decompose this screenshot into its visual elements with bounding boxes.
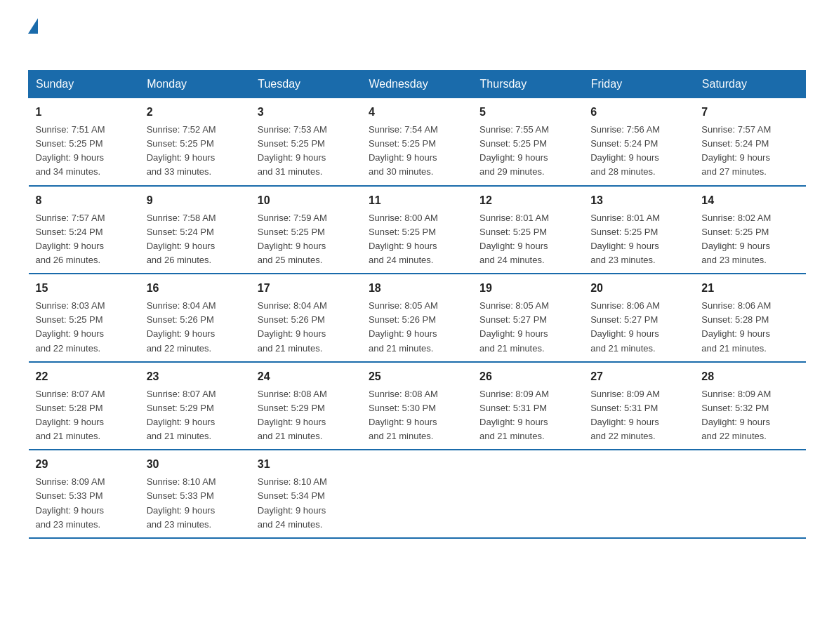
day-info: Sunrise: 8:00 AMSunset: 5:25 PMDaylight:… (369, 211, 465, 268)
day-info: Sunrise: 7:52 AMSunset: 5:25 PMDaylight:… (147, 123, 244, 180)
day-number: 24 (258, 368, 355, 385)
day-number: 17 (258, 280, 355, 297)
day-number: 29 (36, 456, 133, 473)
calendar-week-row: 15Sunrise: 8:03 AMSunset: 5:25 PMDayligh… (29, 274, 806, 362)
calendar-day-cell: 26Sunrise: 8:09 AMSunset: 5:31 PMDayligh… (472, 362, 583, 450)
calendar-day-cell: 14Sunrise: 8:02 AMSunset: 5:25 PMDayligh… (694, 186, 805, 274)
day-number: 18 (369, 280, 465, 297)
calendar-day-cell: 17Sunrise: 8:04 AMSunset: 5:26 PMDayligh… (251, 274, 362, 362)
calendar-week-row: 1Sunrise: 7:51 AMSunset: 5:25 PMDaylight… (29, 98, 806, 186)
calendar-week-row: 22Sunrise: 8:07 AMSunset: 5:28 PMDayligh… (29, 362, 806, 450)
calendar-day-cell: 25Sunrise: 8:08 AMSunset: 5:30 PMDayligh… (362, 362, 472, 450)
day-info: Sunrise: 8:07 AMSunset: 5:28 PMDaylight:… (36, 387, 133, 444)
day-info: Sunrise: 8:05 AMSunset: 5:26 PMDaylight:… (369, 299, 465, 356)
day-number: 20 (590, 280, 687, 297)
logo-triangle-icon (28, 18, 38, 34)
calendar-day-cell: 11Sunrise: 8:00 AMSunset: 5:25 PMDayligh… (362, 186, 472, 274)
day-number: 16 (147, 280, 244, 297)
calendar-body: 1Sunrise: 7:51 AMSunset: 5:25 PMDaylight… (29, 98, 806, 538)
day-info: Sunrise: 8:06 AMSunset: 5:28 PMDaylight:… (701, 299, 798, 356)
day-number: 14 (701, 192, 798, 209)
page-header (28, 21, 806, 56)
header-cell-tuesday: Tuesday (251, 71, 362, 98)
day-number: 25 (369, 368, 465, 385)
day-info: Sunrise: 8:04 AMSunset: 5:26 PMDaylight:… (147, 299, 244, 356)
day-info: Sunrise: 8:01 AMSunset: 5:25 PMDaylight:… (479, 211, 576, 268)
day-number: 15 (36, 280, 133, 297)
day-info: Sunrise: 8:01 AMSunset: 5:25 PMDaylight:… (590, 211, 687, 268)
day-info: Sunrise: 7:53 AMSunset: 5:25 PMDaylight:… (258, 123, 355, 180)
day-number: 30 (147, 456, 244, 473)
calendar-day-cell: 28Sunrise: 8:09 AMSunset: 5:32 PMDayligh… (694, 362, 805, 450)
header-cell-thursday: Thursday (472, 71, 583, 98)
calendar-day-cell: 30Sunrise: 8:10 AMSunset: 5:33 PMDayligh… (140, 450, 251, 538)
day-number: 2 (147, 104, 244, 121)
day-number: 27 (590, 368, 687, 385)
calendar-day-cell: 29Sunrise: 8:09 AMSunset: 5:33 PMDayligh… (29, 450, 140, 538)
day-number: 26 (479, 368, 576, 385)
calendar-day-cell: 1Sunrise: 7:51 AMSunset: 5:25 PMDaylight… (29, 98, 140, 186)
day-number: 11 (369, 192, 465, 209)
day-info: Sunrise: 7:57 AMSunset: 5:24 PMDaylight:… (36, 211, 133, 268)
day-number: 7 (701, 104, 798, 121)
calendar-day-cell: 16Sunrise: 8:04 AMSunset: 5:26 PMDayligh… (140, 274, 251, 362)
calendar-header: SundayMondayTuesdayWednesdayThursdayFrid… (29, 71, 806, 98)
calendar-day-cell (694, 450, 805, 538)
calendar-day-cell: 24Sunrise: 8:08 AMSunset: 5:29 PMDayligh… (251, 362, 362, 450)
day-number: 19 (479, 280, 576, 297)
header-row: SundayMondayTuesdayWednesdayThursdayFrid… (29, 71, 806, 98)
calendar-day-cell: 22Sunrise: 8:07 AMSunset: 5:28 PMDayligh… (29, 362, 140, 450)
day-info: Sunrise: 8:09 AMSunset: 5:33 PMDaylight:… (36, 475, 133, 532)
day-number: 8 (36, 192, 133, 209)
day-number: 9 (147, 192, 244, 209)
calendar-day-cell: 18Sunrise: 8:05 AMSunset: 5:26 PMDayligh… (362, 274, 472, 362)
day-info: Sunrise: 8:09 AMSunset: 5:31 PMDaylight:… (479, 387, 576, 444)
calendar-week-row: 29Sunrise: 8:09 AMSunset: 5:33 PMDayligh… (29, 450, 806, 538)
day-info: Sunrise: 8:04 AMSunset: 5:26 PMDaylight:… (258, 299, 355, 356)
day-number: 13 (590, 192, 687, 209)
day-info: Sunrise: 7:55 AMSunset: 5:25 PMDaylight:… (479, 123, 576, 180)
day-number: 31 (258, 456, 355, 473)
day-info: Sunrise: 7:57 AMSunset: 5:24 PMDaylight:… (701, 123, 798, 180)
day-number: 4 (369, 104, 465, 121)
day-info: Sunrise: 7:58 AMSunset: 5:24 PMDaylight:… (147, 211, 244, 268)
calendar-week-row: 8Sunrise: 7:57 AMSunset: 5:24 PMDaylight… (29, 186, 806, 274)
header-cell-friday: Friday (583, 71, 694, 98)
calendar-day-cell: 19Sunrise: 8:05 AMSunset: 5:27 PMDayligh… (472, 274, 583, 362)
day-number: 28 (701, 368, 798, 385)
calendar-day-cell: 6Sunrise: 7:56 AMSunset: 5:24 PMDaylight… (583, 98, 694, 186)
calendar-day-cell: 27Sunrise: 8:09 AMSunset: 5:31 PMDayligh… (583, 362, 694, 450)
logo (28, 21, 38, 56)
calendar-day-cell: 3Sunrise: 7:53 AMSunset: 5:25 PMDaylight… (251, 98, 362, 186)
calendar-day-cell: 10Sunrise: 7:59 AMSunset: 5:25 PMDayligh… (251, 186, 362, 274)
day-info: Sunrise: 8:08 AMSunset: 5:29 PMDaylight:… (258, 387, 355, 444)
calendar-table: SundayMondayTuesdayWednesdayThursdayFrid… (28, 70, 806, 539)
day-info: Sunrise: 8:02 AMSunset: 5:25 PMDaylight:… (701, 211, 798, 268)
day-info: Sunrise: 8:09 AMSunset: 5:32 PMDaylight:… (701, 387, 798, 444)
calendar-day-cell: 2Sunrise: 7:52 AMSunset: 5:25 PMDaylight… (140, 98, 251, 186)
day-info: Sunrise: 7:59 AMSunset: 5:25 PMDaylight:… (258, 211, 355, 268)
day-info: Sunrise: 8:05 AMSunset: 5:27 PMDaylight:… (479, 299, 576, 356)
calendar-day-cell (362, 450, 472, 538)
day-info: Sunrise: 8:10 AMSunset: 5:33 PMDaylight:… (147, 475, 244, 532)
calendar-day-cell: 8Sunrise: 7:57 AMSunset: 5:24 PMDaylight… (29, 186, 140, 274)
day-number: 3 (258, 104, 355, 121)
calendar-day-cell: 5Sunrise: 7:55 AMSunset: 5:25 PMDaylight… (472, 98, 583, 186)
header-cell-monday: Monday (140, 71, 251, 98)
day-number: 23 (147, 368, 244, 385)
day-info: Sunrise: 7:51 AMSunset: 5:25 PMDaylight:… (36, 123, 133, 180)
calendar-day-cell: 4Sunrise: 7:54 AMSunset: 5:25 PMDaylight… (362, 98, 472, 186)
day-info: Sunrise: 8:10 AMSunset: 5:34 PMDaylight:… (258, 475, 355, 532)
header-cell-sunday: Sunday (29, 71, 140, 98)
calendar-day-cell: 13Sunrise: 8:01 AMSunset: 5:25 PMDayligh… (583, 186, 694, 274)
calendar-day-cell: 21Sunrise: 8:06 AMSunset: 5:28 PMDayligh… (694, 274, 805, 362)
calendar-day-cell: 15Sunrise: 8:03 AMSunset: 5:25 PMDayligh… (29, 274, 140, 362)
day-number: 10 (258, 192, 355, 209)
day-info: Sunrise: 8:08 AMSunset: 5:30 PMDaylight:… (369, 387, 465, 444)
calendar-day-cell (583, 450, 694, 538)
day-number: 12 (479, 192, 576, 209)
day-info: Sunrise: 8:07 AMSunset: 5:29 PMDaylight:… (147, 387, 244, 444)
day-number: 21 (701, 280, 798, 297)
day-info: Sunrise: 8:06 AMSunset: 5:27 PMDaylight:… (590, 299, 687, 356)
calendar-day-cell: 23Sunrise: 8:07 AMSunset: 5:29 PMDayligh… (140, 362, 251, 450)
